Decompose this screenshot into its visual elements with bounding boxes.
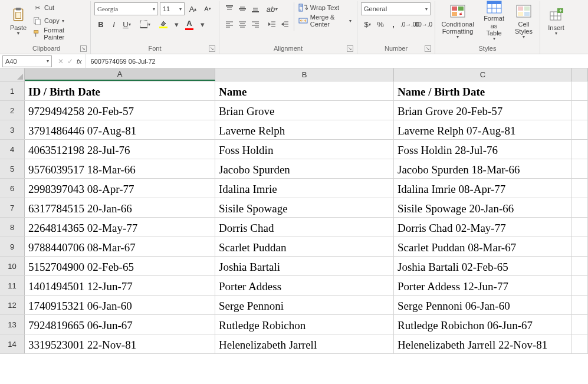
row-header[interactable]: 2 [0, 101, 25, 120]
cell[interactable]: Serge Pennoni 06-Jan-60 [394, 296, 572, 314]
cell[interactable]: Joshia Bartali [215, 257, 394, 275]
cell[interactable]: Laverne Relph [215, 120, 394, 139]
select-all-corner[interactable] [0, 68, 25, 81]
cell[interactable]: 5152704900 02-Feb-65 [25, 257, 215, 275]
cell[interactable]: Rutledge Robichon 06-Jun-67 [394, 315, 572, 334]
align-right-button[interactable] [249, 18, 262, 31]
column-header-b[interactable]: B [215, 68, 394, 81]
cell[interactable]: Helenelizabeth Jarrell 22-Nov-81 [394, 334, 572, 353]
align-top-button[interactable] [223, 2, 236, 15]
cell[interactable]: Dorris Chad 02-May-77 [394, 218, 572, 237]
cell[interactable]: 9729494258 20-Feb-57 [25, 101, 215, 120]
cell[interactable]: 3319523001 22-Nov-81 [25, 334, 215, 353]
row-header[interactable]: 1 [0, 81, 25, 100]
cell[interactable] [572, 198, 588, 217]
cell[interactable] [572, 218, 588, 237]
align-left-button[interactable] [223, 18, 236, 31]
row-header[interactable]: 12 [0, 296, 25, 314]
italic-button[interactable]: I [107, 18, 120, 31]
cell[interactable]: Rutledge Robichon [215, 315, 394, 334]
cell[interactable]: Name [215, 81, 394, 100]
cell[interactable]: Porter Addess [215, 276, 394, 295]
cell[interactable] [572, 120, 588, 139]
cell[interactable] [572, 81, 588, 100]
fx-icon[interactable]: fx [77, 58, 82, 65]
row-header[interactable]: 9 [0, 237, 25, 256]
cell[interactable] [572, 237, 588, 256]
cell[interactable]: ID / Birth Date [25, 81, 215, 100]
cell[interactable]: 2998397043 08-Apr-77 [25, 179, 215, 198]
font-color-button[interactable]: A [183, 18, 196, 31]
row-header[interactable]: 6 [0, 179, 25, 198]
percent-format-button[interactable]: % [374, 18, 387, 31]
cell[interactable]: 7924819665 06-Jun-67 [25, 315, 215, 334]
font-size-combo[interactable]: 11 ▾ [160, 2, 185, 15]
cell[interactable]: 4063512198 28-Jul-76 [25, 140, 215, 159]
cell[interactable]: Porter Addess 12-Jun-77 [394, 276, 572, 295]
cell[interactable] [572, 140, 588, 159]
cell-styles-button[interactable]: Cell Styles ▾ [511, 1, 536, 41]
bold-button[interactable]: B [94, 18, 107, 31]
row-header[interactable]: 8 [0, 218, 25, 237]
increase-indent-button[interactable] [278, 18, 291, 31]
align-middle-button[interactable] [236, 2, 249, 15]
align-center-button[interactable] [236, 18, 249, 31]
decrease-decimal-button[interactable]: .00→.0 [416, 18, 429, 31]
copy-button[interactable]: Copy ▾ [31, 14, 87, 27]
format-as-table-button[interactable]: Format as Table ▾ [477, 1, 511, 41]
paste-button[interactable]: Paste ▼ [6, 1, 31, 41]
cell[interactable]: Jacobo Spurden 18-Mar-66 [394, 159, 572, 178]
fill-color-dropdown[interactable]: ▾ [170, 18, 183, 31]
cell[interactable] [572, 334, 588, 353]
row-header[interactable]: 11 [0, 276, 25, 295]
cell[interactable] [572, 257, 588, 275]
cell[interactable]: Jacobo Spurden [215, 159, 394, 178]
dialog-launcher[interactable]: ↘ [209, 45, 215, 52]
cell[interactable]: Foss Holdin 28-Jul-76 [394, 140, 572, 159]
row-header[interactable]: 3 [0, 120, 25, 139]
number-format-combo[interactable]: General ▾ [361, 2, 431, 15]
cell[interactable]: Sisile Spowage 20-Jan-66 [394, 198, 572, 217]
row-header[interactable]: 4 [0, 140, 25, 159]
cell[interactable]: Helenelizabeth Jarrell [215, 334, 394, 353]
cell[interactable] [572, 315, 588, 334]
cell[interactable]: Foss Holdin [215, 140, 394, 159]
cell[interactable] [572, 179, 588, 198]
cell[interactable]: Name / Birth Date [394, 81, 572, 100]
cell[interactable]: Joshia Bartali 02-Feb-65 [394, 257, 572, 275]
row-header[interactable]: 14 [0, 334, 25, 353]
column-header-c[interactable]: C [394, 68, 572, 81]
cell[interactable]: Brian Grove 20-Feb-57 [394, 101, 572, 120]
row-header[interactable]: 7 [0, 198, 25, 217]
cell[interactable]: Dorris Chad [215, 218, 394, 237]
cell[interactable]: Laverne Relph 07-Aug-81 [394, 120, 572, 139]
merge-center-button[interactable]: Merge & Center ▾ [297, 14, 353, 27]
cell[interactable]: Sisile Spowage [215, 198, 394, 217]
cell[interactable]: 1740915321 06-Jan-60 [25, 296, 215, 314]
font-color-dropdown[interactable]: ▾ [196, 18, 209, 31]
cell[interactable]: 6317784515 20-Jan-66 [25, 198, 215, 217]
cell[interactable]: 9576039517 18-Mar-66 [25, 159, 215, 178]
column-header-a[interactable]: A [25, 68, 215, 81]
row-header[interactable]: 5 [0, 159, 25, 178]
decrease-indent-button[interactable] [265, 18, 278, 31]
cell[interactable]: Brian Grove [215, 101, 394, 120]
underline-button[interactable]: U▾ [120, 18, 133, 31]
cell[interactable]: 2264814365 02-May-77 [25, 218, 215, 237]
wrap-text-button[interactable]: abc Wrap Text [297, 1, 353, 14]
font-name-combo[interactable]: Georgia ▾ [94, 2, 158, 15]
comma-format-button[interactable]: , [387, 18, 400, 31]
format-painter-button[interactable]: Format Painter [31, 27, 87, 40]
cell[interactable] [572, 296, 588, 314]
column-header-d[interactable] [572, 68, 588, 81]
cell[interactable]: Serge Pennoni [215, 296, 394, 314]
increase-font-button[interactable]: A▴ [186, 2, 199, 15]
name-box[interactable]: A40 ▾ [2, 55, 52, 67]
cell[interactable]: 3791486446 07-Aug-81 [25, 120, 215, 139]
formula-input[interactable] [86, 54, 588, 68]
cell[interactable]: 9788440706 08-Mar-67 [25, 237, 215, 256]
cell[interactable]: Idalina Imrie [215, 179, 394, 198]
cancel-formula-icon[interactable]: ✕ [58, 57, 64, 65]
accounting-format-button[interactable]: $▾ [361, 18, 374, 31]
enter-formula-icon[interactable]: ✓ [67, 57, 73, 65]
